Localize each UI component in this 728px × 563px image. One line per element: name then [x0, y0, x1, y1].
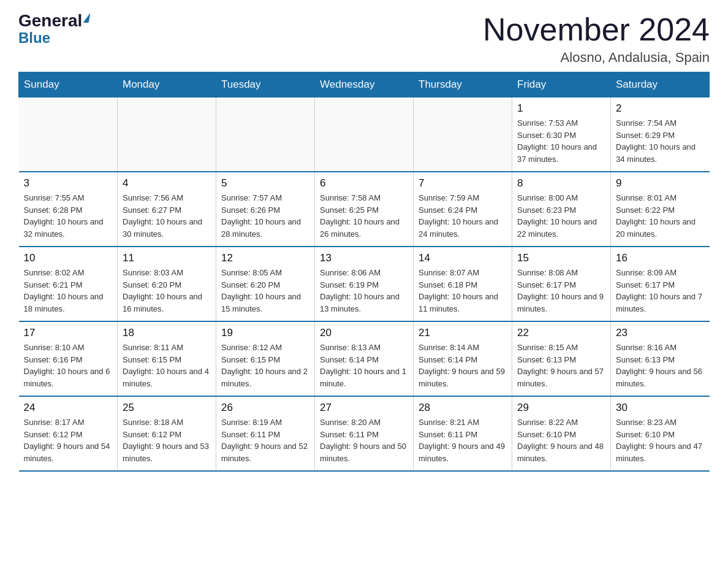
day-number: 26 [221, 402, 309, 414]
day-info: Sunrise: 8:16 AM Sunset: 6:13 PM Dayligh… [616, 342, 705, 389]
day-cell: 14Sunrise: 8:07 AM Sunset: 6:18 PM Dayli… [414, 247, 512, 321]
day-number: 9 [616, 177, 705, 190]
weekday-header-sunday: Sunday [19, 72, 118, 98]
day-info: Sunrise: 8:09 AM Sunset: 6:17 PM Dayligh… [616, 267, 705, 315]
day-info: Sunrise: 7:57 AM Sunset: 6:26 PM Dayligh… [221, 192, 309, 240]
day-number: 30 [616, 402, 705, 414]
day-info: Sunrise: 8:11 AM Sunset: 6:15 PM Dayligh… [123, 342, 211, 389]
day-cell: 18Sunrise: 8:11 AM Sunset: 6:15 PM Dayli… [118, 321, 216, 396]
day-info: Sunrise: 7:53 AM Sunset: 6:30 PM Dayligh… [517, 117, 605, 165]
day-number: 22 [517, 327, 605, 339]
day-number: 24 [24, 402, 113, 414]
day-info: Sunrise: 8:02 AM Sunset: 6:21 PM Dayligh… [24, 267, 113, 315]
day-info: Sunrise: 8:23 AM Sunset: 6:10 PM Dayligh… [616, 416, 705, 464]
day-cell: 12Sunrise: 8:05 AM Sunset: 6:20 PM Dayli… [216, 247, 315, 321]
day-info: Sunrise: 7:55 AM Sunset: 6:28 PM Dayligh… [24, 192, 113, 240]
day-cell: 22Sunrise: 8:15 AM Sunset: 6:13 PM Dayli… [512, 321, 611, 396]
calendar-body: 1Sunrise: 7:53 AM Sunset: 6:30 PM Daylig… [19, 98, 710, 472]
day-number: 6 [320, 177, 408, 190]
day-number: 3 [24, 177, 113, 190]
logo-blue-text: Blue [18, 29, 50, 47]
day-number: 7 [419, 177, 507, 190]
location-text: Alosno, Andalusia, Spain [483, 50, 710, 66]
weekday-header-tuesday: Tuesday [216, 72, 315, 98]
day-cell: 19Sunrise: 8:12 AM Sunset: 6:15 PM Dayli… [216, 321, 315, 396]
day-info: Sunrise: 8:08 AM Sunset: 6:17 PM Dayligh… [517, 267, 605, 315]
day-cell [315, 98, 414, 172]
calendar-header: SundayMondayTuesdayWednesdayThursdayFrid… [19, 72, 710, 98]
day-info: Sunrise: 8:05 AM Sunset: 6:20 PM Dayligh… [221, 267, 309, 315]
month-title: November 2024 [483, 12, 710, 47]
day-cell [414, 98, 512, 172]
day-cell: 6Sunrise: 7:58 AM Sunset: 6:25 PM Daylig… [315, 172, 414, 247]
day-number: 19 [221, 327, 309, 339]
day-cell: 8Sunrise: 8:00 AM Sunset: 6:23 PM Daylig… [512, 172, 611, 247]
day-info: Sunrise: 8:19 AM Sunset: 6:11 PM Dayligh… [221, 416, 309, 464]
day-number: 8 [517, 177, 605, 190]
day-cell: 25Sunrise: 8:18 AM Sunset: 6:12 PM Dayli… [118, 396, 216, 471]
day-cell [118, 98, 216, 172]
weekday-header-saturday: Saturday [611, 72, 710, 98]
day-number: 14 [419, 252, 507, 264]
day-number: 18 [123, 327, 211, 339]
day-cell: 15Sunrise: 8:08 AM Sunset: 6:17 PM Dayli… [512, 247, 611, 321]
weekday-header-thursday: Thursday [414, 72, 512, 98]
weekday-header-friday: Friday [512, 72, 611, 98]
day-cell: 20Sunrise: 8:13 AM Sunset: 6:14 PM Dayli… [315, 321, 414, 396]
day-cell: 30Sunrise: 8:23 AM Sunset: 6:10 PM Dayli… [611, 396, 710, 471]
day-info: Sunrise: 8:00 AM Sunset: 6:23 PM Dayligh… [517, 192, 605, 240]
day-cell: 13Sunrise: 8:06 AM Sunset: 6:19 PM Dayli… [315, 247, 414, 321]
day-cell: 4Sunrise: 7:56 AM Sunset: 6:27 PM Daylig… [118, 172, 216, 247]
day-info: Sunrise: 8:13 AM Sunset: 6:14 PM Dayligh… [320, 342, 408, 389]
day-info: Sunrise: 8:18 AM Sunset: 6:12 PM Dayligh… [123, 416, 211, 464]
day-info: Sunrise: 8:07 AM Sunset: 6:18 PM Dayligh… [419, 267, 507, 315]
day-cell: 23Sunrise: 8:16 AM Sunset: 6:13 PM Dayli… [611, 321, 710, 396]
day-info: Sunrise: 8:20 AM Sunset: 6:11 PM Dayligh… [320, 416, 408, 464]
title-area: November 2024 Alosno, Andalusia, Spain [483, 12, 710, 66]
day-info: Sunrise: 8:14 AM Sunset: 6:14 PM Dayligh… [419, 342, 507, 389]
day-number: 15 [517, 252, 605, 264]
day-info: Sunrise: 7:58 AM Sunset: 6:25 PM Dayligh… [320, 192, 408, 240]
day-info: Sunrise: 8:01 AM Sunset: 6:22 PM Dayligh… [616, 192, 705, 240]
weekday-header-wednesday: Wednesday [315, 72, 414, 98]
day-cell: 10Sunrise: 8:02 AM Sunset: 6:21 PM Dayli… [19, 247, 118, 321]
day-cell: 28Sunrise: 8:21 AM Sunset: 6:11 PM Dayli… [414, 396, 512, 471]
day-number: 12 [221, 252, 309, 264]
day-info: Sunrise: 8:15 AM Sunset: 6:13 PM Dayligh… [517, 342, 605, 389]
day-cell: 2Sunrise: 7:54 AM Sunset: 6:29 PM Daylig… [611, 98, 710, 172]
day-number: 4 [123, 177, 211, 190]
day-number: 27 [320, 402, 408, 414]
day-cell [216, 98, 315, 172]
day-cell: 16Sunrise: 8:09 AM Sunset: 6:17 PM Dayli… [611, 247, 710, 321]
day-cell: 7Sunrise: 7:59 AM Sunset: 6:24 PM Daylig… [414, 172, 512, 247]
day-number: 21 [419, 327, 507, 339]
day-info: Sunrise: 8:17 AM Sunset: 6:12 PM Dayligh… [24, 416, 113, 464]
day-cell: 1Sunrise: 7:53 AM Sunset: 6:30 PM Daylig… [512, 98, 611, 172]
day-number: 17 [24, 327, 113, 339]
weekday-header-monday: Monday [118, 72, 216, 98]
logo-general-text: General [18, 12, 82, 29]
week-row-4: 17Sunrise: 8:10 AM Sunset: 6:16 PM Dayli… [19, 321, 710, 396]
day-info: Sunrise: 8:06 AM Sunset: 6:19 PM Dayligh… [320, 267, 408, 315]
day-cell: 24Sunrise: 8:17 AM Sunset: 6:12 PM Dayli… [19, 396, 118, 471]
calendar-table: SundayMondayTuesdayWednesdayThursdayFrid… [18, 72, 710, 472]
day-cell: 11Sunrise: 8:03 AM Sunset: 6:20 PM Dayli… [118, 247, 216, 321]
week-row-2: 3Sunrise: 7:55 AM Sunset: 6:28 PM Daylig… [19, 172, 710, 247]
day-info: Sunrise: 8:03 AM Sunset: 6:20 PM Dayligh… [123, 267, 211, 315]
day-info: Sunrise: 7:54 AM Sunset: 6:29 PM Dayligh… [616, 117, 705, 165]
day-number: 23 [616, 327, 705, 339]
day-cell [19, 98, 118, 172]
page-header: General Blue November 2024 Alosno, Andal… [18, 12, 710, 66]
week-row-3: 10Sunrise: 8:02 AM Sunset: 6:21 PM Dayli… [19, 247, 710, 321]
day-info: Sunrise: 8:12 AM Sunset: 6:15 PM Dayligh… [221, 342, 309, 389]
day-number: 11 [123, 252, 211, 264]
day-info: Sunrise: 8:10 AM Sunset: 6:16 PM Dayligh… [24, 342, 113, 389]
day-info: Sunrise: 8:21 AM Sunset: 6:11 PM Dayligh… [419, 416, 507, 464]
week-row-5: 24Sunrise: 8:17 AM Sunset: 6:12 PM Dayli… [19, 396, 710, 471]
day-cell: 21Sunrise: 8:14 AM Sunset: 6:14 PM Dayli… [414, 321, 512, 396]
day-cell: 27Sunrise: 8:20 AM Sunset: 6:11 PM Dayli… [315, 396, 414, 471]
day-cell: 5Sunrise: 7:57 AM Sunset: 6:26 PM Daylig… [216, 172, 315, 247]
days-of-week-row: SundayMondayTuesdayWednesdayThursdayFrid… [19, 72, 710, 98]
day-info: Sunrise: 8:22 AM Sunset: 6:10 PM Dayligh… [517, 416, 605, 464]
day-number: 29 [517, 402, 605, 414]
